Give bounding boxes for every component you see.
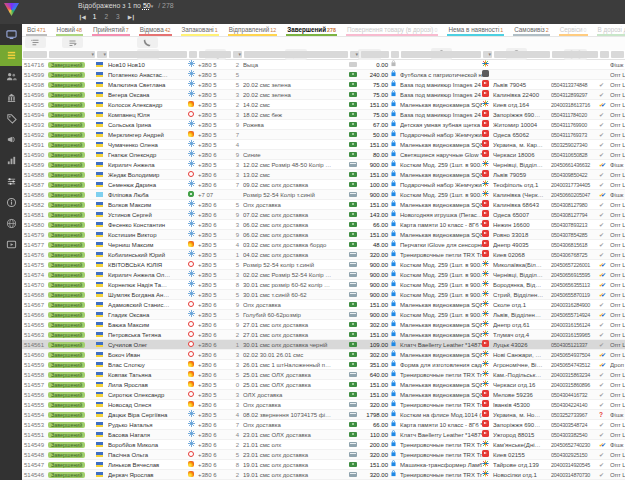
sidebar-item-info[interactable]	[0, 192, 22, 213]
table-row[interactable]: 514560ЗавершенийБокоч Иван+380 6302.02 3…	[22, 350, 625, 360]
table-row[interactable]: 514577ЗавершенийЧерниш Максим+380 5403.0…	[22, 240, 625, 250]
column-filter-input[interactable]	[494, 51, 550, 58]
table-row[interactable]: 514568ЗавершенийШумляк Богдана Ан…+380 5…	[22, 290, 625, 300]
first-page-button[interactable]: ❙◀	[78, 14, 85, 20]
client-name[interactable]: Кирилич Анжела	[108, 161, 188, 169]
client-name[interactable]: Новосад Олеся	[108, 401, 188, 409]
tab-5[interactable]: Відправлений12	[228, 25, 277, 36]
table-row[interactable]: 514716ЗавершенийНов10 Нов10+380 52Выца0.…	[22, 60, 625, 70]
column-header-call-source[interactable]	[96, 37, 198, 48]
column-filter-input[interactable]: ▾	[97, 51, 107, 58]
column-filter-input[interactable]	[611, 51, 624, 58]
table-row[interactable]: 514553ЗавершенийРудько Наталья+380 67Олх…	[22, 420, 625, 430]
table-row[interactable]: 514594ЗавершенийКомпанец Юля+380 5318.02…	[22, 110, 625, 120]
tab-8[interactable]: Нема в наявності1	[447, 25, 504, 36]
client-name[interactable]: КВІТОВСЬКА ЮЛІЯ	[108, 261, 188, 269]
table-row[interactable]: 514551ЗавершенийБасова Наталя+380 6423.0…	[22, 430, 625, 440]
table-row[interactable]: 514587ЗавершенийСеменюк Дарина+380 6709.…	[22, 180, 625, 190]
client-name[interactable]: Влас Слотюу	[108, 361, 188, 369]
client-name[interactable]: Кирилич Анжела Ол…	[108, 271, 188, 279]
table-row[interactable]: 514561ЗавершенийСучилов Олег+380 6130.01…	[22, 340, 625, 350]
client-name[interactable]: Баюка Максим	[108, 321, 188, 329]
client-name[interactable]: Філіпова Люба	[108, 191, 188, 199]
client-name[interactable]: Жедак Володимир	[108, 171, 188, 179]
client-name[interactable]: Фесенко Константин	[108, 221, 188, 229]
column-filter-input[interactable]	[23, 51, 47, 58]
sidebar-item-marketing[interactable]	[0, 129, 22, 150]
client-name[interactable]: Костишин Виктор	[108, 231, 188, 239]
client-name[interactable]: Дацюк Віра Сергіївна	[108, 411, 188, 419]
table-row[interactable]: 514598ЗавершенийМалютина Светлана+380 55…	[22, 80, 625, 90]
sidebar-item-statistics[interactable]	[0, 150, 22, 171]
table-row[interactable]: 514590ЗавершенийГнатюк Олексндр+380 69Си…	[22, 150, 625, 160]
sidebar-item-tutorials[interactable]	[0, 234, 22, 255]
column-filter-input[interactable]	[244, 51, 348, 58]
client-name[interactable]: Семенюк Дарина	[108, 181, 188, 189]
client-name[interactable]: Корнелюк Надія Та…	[108, 281, 188, 289]
client-name[interactable]: Чумаченко Олена	[108, 141, 188, 149]
tab-7[interactable]: Повернення товару (в дорозі)0	[346, 25, 438, 36]
column-filter-input[interactable]	[189, 51, 197, 58]
table-row[interactable]: 514596ЗавершенийВегера Оксана+380 5320.0…	[22, 90, 625, 100]
client-name[interactable]: Кобилинський Юрий	[108, 251, 188, 259]
app-logo-icon[interactable]	[4, 3, 19, 16]
client-name[interactable]: Петровська Тетяна	[108, 331, 188, 339]
client-name[interactable]: Ковпак Татьяна	[108, 371, 188, 379]
table-row[interactable]: 514563ЗавершенийПетровська Тетяна+380 62…	[22, 330, 625, 340]
client-name[interactable]: Волков Максим	[108, 201, 188, 209]
column-header-status-edit[interactable]	[48, 37, 96, 48]
tab-9[interactable]: Самовивіз2	[513, 25, 549, 36]
column-filter-input[interactable]: ▾	[483, 51, 492, 58]
client-name[interactable]: Устинов Сергей	[108, 211, 188, 219]
last-page-button[interactable]: ▶❙	[128, 14, 135, 20]
sidebar-item-pricing[interactable]	[0, 108, 22, 129]
table-row[interactable]: 514580ЗавершенийФесенко Константин+380 6…	[22, 220, 625, 230]
tab-4[interactable]: Запаковані1	[181, 25, 219, 36]
table-row[interactable]: 514574ЗавершенийКирилич Анжела Ол…+380 5…	[22, 270, 625, 280]
tab-6[interactable]: Завершений278	[286, 25, 337, 36]
table-row[interactable]: 514570ЗавершенийКорнелюк Надія Та…+380 5…	[22, 280, 625, 290]
table-row[interactable]: 514589ЗавершенийКирилич Анжела+380 5312.…	[22, 160, 625, 170]
client-name[interactable]: Сучилов Олег	[108, 341, 188, 349]
page-button-1[interactable]: 1	[93, 13, 97, 20]
client-name[interactable]: Вегера Оксана	[108, 91, 188, 99]
column-filter-input[interactable]	[600, 51, 609, 58]
tab-0[interactable]: Всі471	[26, 25, 47, 36]
table-row[interactable]: 514554ЗавершенийДацюк Віра Сергіївна+380…	[22, 410, 625, 420]
sidebar-item-settings[interactable]	[0, 171, 22, 192]
tab-11[interactable]: В дорозі додому0	[597, 25, 625, 36]
sidebar-item-dashboard[interactable]	[0, 24, 22, 45]
table-row[interactable]: 514565ЗавершенийБаюка Максим+380 6927.01…	[22, 320, 625, 330]
client-name[interactable]: Бокоч Иван	[108, 351, 188, 359]
page-button-2[interactable]: 2	[104, 13, 108, 20]
client-name[interactable]: Сольська Ірина	[108, 121, 188, 129]
client-name[interactable]: Гладик Оксана	[108, 311, 188, 319]
client-name[interactable]: Линьков Вячеслав	[108, 461, 188, 469]
client-name[interactable]: Шумляк Богдана Ан…	[108, 291, 188, 299]
client-name[interactable]: Басова Наталя	[108, 431, 188, 439]
sidebar-item-warehouse[interactable]	[0, 87, 22, 108]
tab-2[interactable]: Прийнятий7	[92, 25, 130, 36]
client-name[interactable]: Малютина Светлана	[108, 81, 188, 89]
sidebar-item-site[interactable]	[0, 213, 22, 234]
table-row[interactable]: 514575ЗавершенийКВІТОВСЬКА ЮЛІЯ+380 55Ро…	[22, 260, 625, 270]
column-filter-input[interactable]	[199, 51, 231, 58]
table-row[interactable]: 514595ЗавершенийКолосок Александр+380 52…	[22, 100, 625, 110]
table-row[interactable]: 514591ЗавершенийЧумаченко Олена+380 5415…	[22, 140, 625, 150]
client-name[interactable]: Воробйов Микола	[108, 441, 188, 449]
client-name[interactable]: Сиротюк Олександр	[108, 391, 188, 399]
table-row[interactable]: 514588ЗавершенийЖедак Володимир+380 6313…	[22, 170, 625, 180]
column-filter-input[interactable]	[391, 51, 399, 58]
table-row[interactable]: 514549ЗавершенийВоробйов Микола+380 6221…	[22, 440, 625, 450]
column-filter-input[interactable]	[401, 51, 481, 58]
table-row[interactable]: 514576ЗавершенийКобилинський Юрий+380 51…	[22, 250, 625, 260]
client-name[interactable]: Потапенко Анастас…	[108, 71, 188, 79]
page-button-3[interactable]: 3	[116, 13, 120, 20]
tab-10[interactable]: Сервіси0	[559, 25, 588, 36]
client-name[interactable]: Черниш Максим	[108, 241, 188, 249]
page-size-dropdown[interactable]: 50	[143, 2, 151, 9]
table-row[interactable]: 514581ЗавершенийУстинов Сергей+380 6907.…	[22, 210, 625, 220]
tab-3[interactable]: Відмова42	[139, 25, 172, 36]
column-filter-input[interactable]: ▾	[49, 51, 95, 58]
table-row[interactable]: 514548ЗавершенийПасічна Ольга+380 6523.0…	[22, 450, 625, 460]
